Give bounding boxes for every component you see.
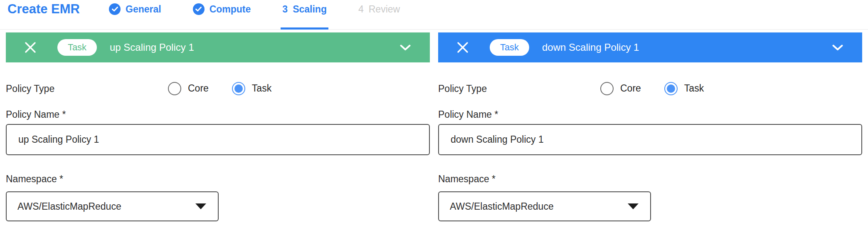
- policy-type-label: Policy Type: [6, 83, 54, 94]
- namespace-selected-value: AWS/ElasticMapReduce: [450, 201, 554, 212]
- scale-up-policy-panel: Task up Scaling Policy 1 Policy Type Cor…: [6, 32, 430, 221]
- radio-label: Task: [684, 83, 704, 94]
- step-number: 4: [358, 4, 364, 15]
- panel-header-bar: Task down Scaling Policy 1: [438, 32, 862, 62]
- check-icon: [193, 3, 205, 15]
- radio-task[interactable]: [664, 82, 678, 95]
- policy-type-row: Policy Type Core Task: [438, 82, 862, 95]
- radio-option-task[interactable]: Task: [232, 82, 271, 95]
- policy-name-input[interactable]: [6, 124, 430, 155]
- step-compute[interactable]: Compute: [193, 0, 251, 18]
- step-label: Compute: [210, 4, 251, 15]
- create-emr-wizard: Create EMR General Compute 3 Scaling 4 R…: [0, 0, 868, 221]
- radio-core[interactable]: [600, 82, 614, 95]
- namespace-select[interactable]: AWS/ElasticMapReduce: [438, 191, 651, 221]
- radio-option-task[interactable]: Task: [664, 82, 704, 95]
- step-label: General: [126, 4, 161, 15]
- step-general[interactable]: General: [109, 0, 161, 18]
- namespace-field: Namespace * AWS/ElasticMapReduce: [6, 173, 430, 221]
- panel-title: up Scaling Policy 1: [110, 42, 400, 53]
- chevron-down-icon[interactable]: [832, 45, 843, 51]
- wizard-header: Create EMR General Compute 3 Scaling 4 R…: [0, 0, 868, 30]
- page-title: Create EMR: [7, 2, 80, 17]
- radio-label: Task: [252, 83, 271, 94]
- dropdown-arrow-icon: [628, 203, 639, 209]
- step-scaling[interactable]: 3 Scaling: [282, 0, 327, 18]
- policy-name-field: Policy Name *: [6, 109, 430, 155]
- panel-title: down Scaling Policy 1: [542, 42, 832, 53]
- policy-type-row: Policy Type Core Task: [6, 82, 430, 95]
- namespace-label: Namespace *: [438, 173, 862, 184]
- policy-name-label: Policy Name *: [6, 109, 430, 120]
- namespace-field: Namespace * AWS/ElasticMapReduce: [438, 173, 862, 221]
- policy-type-badge: Task: [57, 39, 97, 56]
- policy-type-radio-group: Core Task: [600, 82, 704, 95]
- namespace-label: Namespace *: [6, 173, 430, 184]
- radio-label: Core: [188, 83, 209, 94]
- policy-name-label: Policy Name *: [438, 109, 862, 120]
- scale-down-policy-panel: Task down Scaling Policy 1 Policy Type C…: [438, 32, 862, 221]
- chevron-down-icon[interactable]: [400, 45, 411, 51]
- step-label: Review: [369, 4, 400, 15]
- scaling-policies: Task up Scaling Policy 1 Policy Type Cor…: [0, 30, 868, 221]
- check-icon: [109, 3, 121, 15]
- policy-name-input[interactable]: [438, 124, 862, 155]
- policy-name-field: Policy Name *: [438, 109, 862, 155]
- policy-type-badge: Task: [490, 39, 529, 56]
- namespace-select[interactable]: AWS/ElasticMapReduce: [6, 191, 219, 221]
- radio-task[interactable]: [232, 82, 245, 95]
- dropdown-arrow-icon: [195, 203, 206, 209]
- radio-option-core[interactable]: Core: [168, 82, 209, 95]
- close-icon[interactable]: [25, 42, 36, 53]
- panel-header-bar: Task up Scaling Policy 1: [6, 32, 430, 62]
- step-label: Scaling: [293, 4, 327, 15]
- wizard-stepper: Create EMR General Compute 3 Scaling 4 R…: [0, 0, 868, 18]
- namespace-selected-value: AWS/ElasticMapReduce: [17, 201, 121, 212]
- radio-label: Core: [620, 83, 641, 94]
- radio-option-core[interactable]: Core: [600, 82, 641, 95]
- policy-type-radio-group: Core Task: [168, 82, 271, 95]
- panel-body: Policy Type Core Task Policy Name *: [438, 82, 862, 221]
- radio-core[interactable]: [168, 82, 181, 95]
- step-number: 3: [282, 4, 288, 15]
- close-icon[interactable]: [457, 42, 469, 53]
- panel-body: Policy Type Core Task Policy Name *: [6, 82, 430, 221]
- policy-type-label: Policy Type: [438, 83, 487, 94]
- step-review[interactable]: 4 Review: [358, 0, 400, 18]
